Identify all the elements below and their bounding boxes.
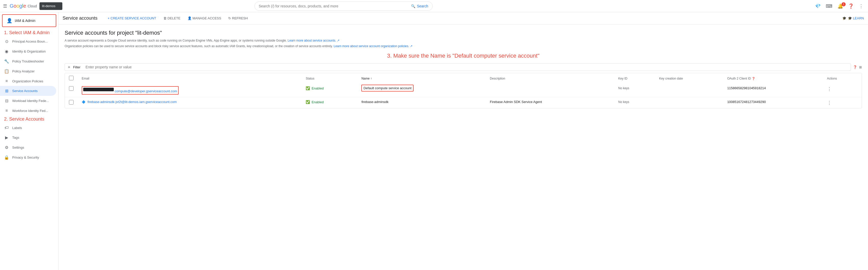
main-content: Service accounts + CREATE SERVICE ACCOUN… [59, 12, 868, 270]
row1-status: ✅ Enabled [302, 84, 357, 98]
manage-label: 👤 MANAGE ACCESS [188, 16, 221, 20]
org-policies-icon: ≡ [4, 79, 9, 83]
row2-checkbox[interactable] [69, 100, 73, 105]
help-table-icon[interactable]: ❓ [853, 65, 857, 69]
workload-identity-icon: ⊟ [4, 99, 9, 103]
learn-button[interactable]: 🎓 🎓 LEARN [842, 16, 864, 20]
enabled-icon-2: ✅ [306, 100, 310, 104]
row1-email-link[interactable]: compute@developer.gserviceaccount.com [115, 89, 177, 93]
step3-annotation: 3. Make sure the Name is "Default comput… [65, 53, 862, 59]
search-input[interactable] [259, 4, 409, 8]
sidebar-item-label: Organization Policies [12, 79, 43, 83]
row1-key-creation [655, 84, 723, 98]
create-service-account-button[interactable]: + CREATE SERVICE ACCOUNT [104, 14, 159, 22]
policy-analyzer-icon: 📋 [4, 69, 9, 74]
learn-more-link[interactable]: Learn more about service accounts. ↗ [287, 39, 339, 42]
step2-annotation: 2. Service Accounts [0, 115, 58, 123]
sidebar-item-privacy-security[interactable]: 🔒 Privacy & Security [0, 153, 56, 162]
terminal-icon[interactable]: ⌨ [824, 2, 834, 10]
table-row: 🔷 firebase-adminsdk-jvt2t@lit-demos.iam.… [65, 98, 862, 108]
columns-icon[interactable]: ⊞ [859, 65, 862, 69]
sidebar-item-label: Identity & Organization [12, 50, 46, 53]
topbar-right: 💎 ⌨ 🔔 1 ❓ ⋮ [813, 2, 865, 10]
filter-input[interactable] [86, 65, 848, 69]
manage-access-button[interactable]: 👤 MANAGE ACCESS [185, 14, 224, 22]
row1-actions: ⋮ [823, 84, 862, 98]
sidebar-item-label: Workload Identity Fede... [12, 99, 49, 103]
refresh-button[interactable]: ↻ REFRESH [225, 14, 251, 22]
filter-bar: ≡ Filter [65, 63, 851, 71]
project-selector[interactable]: lit-demos [39, 2, 62, 10]
sidebar-item-workforce-identity[interactable]: ≡ Workforce Identity Fed... [0, 106, 56, 115]
sidebar-item-organization-policies[interactable]: ≡ Organization Policies [0, 76, 56, 86]
sidebar-item-principal-access[interactable]: ⊙ Principal Access Boun... [0, 36, 56, 46]
search-bar: 🔍 Search [254, 2, 433, 11]
sidebar-item-settings[interactable]: ⚙ Settings [0, 142, 56, 153]
google-g-icon: Google [10, 3, 26, 9]
identity-org-icon: ◉ [4, 49, 9, 54]
oauth2-help-icon[interactable]: ❓ [752, 77, 755, 80]
sidebar-item-identity-organization[interactable]: ◉ Identity & Organization [0, 46, 56, 56]
help-icon[interactable]: ❓ [847, 2, 855, 10]
col-email: Email [78, 73, 302, 84]
table-row: compute@developer.gserviceaccount.com ✅ … [65, 84, 862, 98]
toolbar-title: Service accounts [63, 16, 97, 21]
col-key-id: Key ID [614, 73, 655, 84]
sidebar-item-label: Privacy & Security [12, 156, 39, 159]
delete-button[interactable]: 🗑 DELETE [160, 14, 184, 22]
row2-actions-icon[interactable]: ⋮ [827, 100, 832, 105]
filter-icon: ≡ [68, 65, 70, 69]
filter-label: Filter [73, 65, 81, 69]
more-options-icon[interactable]: ⋮ [857, 2, 865, 10]
firebase-icon: 🔷 [82, 100, 86, 104]
col-description: Description [486, 73, 614, 84]
sidebar-item-tags[interactable]: ▶ Tags [0, 133, 56, 142]
service-accounts-table: Email Status Name ↑ Description Key ID K… [65, 73, 862, 108]
sidebar-item-policy-troubleshooter[interactable]: 🔧 Policy Troubleshooter [0, 56, 56, 66]
iam-icon: 👤 [7, 18, 12, 23]
row2-key-creation [655, 98, 723, 108]
layout: 👤 IAM & Admin 1. Select IAM & Admin ⊙ Pr… [0, 12, 868, 270]
project-name: lit-demos [42, 4, 56, 8]
delete-label: 🗑 DELETE [163, 16, 180, 20]
row1-checkbox[interactable] [69, 86, 73, 91]
row2-email-link[interactable]: firebase-adminsdk-jvt2t@lit-demos.iam.gs… [88, 100, 177, 104]
sidebar-item-label: Workforce Identity Fed... [12, 109, 48, 113]
sidebar-item-workload-identity[interactable]: ⊟ Workload Identity Fede... [0, 96, 56, 106]
diamond-icon[interactable]: 💎 [813, 2, 822, 10]
select-all-checkbox[interactable] [69, 76, 73, 80]
hamburger-icon[interactable]: ☰ [3, 3, 7, 9]
policy-trouble-icon: 🔧 [4, 59, 9, 64]
sidebar-item-service-accounts[interactable]: ⊞ Service Accounts [0, 86, 56, 96]
toolbar: Service accounts + CREATE SERVICE ACCOUN… [59, 12, 868, 25]
sidebar-item-policy-analyzer[interactable]: 📋 Policy Analyzer [0, 66, 56, 76]
sidebar-header-iam[interactable]: 👤 IAM & Admin [2, 14, 56, 27]
col-key-creation-date: Key creation date [655, 73, 723, 84]
col-name[interactable]: Name ↑ [357, 73, 486, 84]
row1-actions-icon[interactable]: ⋮ [827, 86, 832, 91]
row2-actions: ⋮ [823, 98, 862, 108]
sidebar: 👤 IAM & Admin 1. Select IAM & Admin ⊙ Pr… [0, 12, 59, 270]
notification-count: 1 [841, 2, 846, 6]
sidebar-item-label: Labels [12, 126, 22, 130]
workforce-identity-icon: ≡ [4, 108, 9, 113]
row1-email-cell: compute@developer.gserviceaccount.com [78, 84, 302, 98]
tags-icon: ▶ [4, 135, 9, 140]
topbar: ☰ Google Cloud lit-demos 🔍 Search 💎 ⌨ 🔔 … [0, 0, 868, 12]
row2-oauth2: 100851672481273449290 [723, 98, 823, 108]
notifications[interactable]: 🔔 1 [836, 3, 845, 9]
row1-key-id: No keys [614, 84, 655, 98]
topbar-left: ☰ Google Cloud lit-demos [3, 2, 62, 10]
search-button[interactable]: 🔍 Search [411, 4, 428, 8]
learn-label: 🎓 LEARN [848, 16, 864, 20]
refresh-label: ↻ REFRESH [228, 16, 248, 20]
page-title: Service accounts for project "lit-demos" [65, 30, 862, 36]
row1-email-redacted [83, 88, 114, 91]
col-actions: Actions [823, 73, 862, 84]
org-policy-link[interactable]: Learn more about service account organiz… [334, 44, 412, 48]
create-label: + CREATE SERVICE ACCOUNT [107, 16, 156, 20]
sidebar-item-labels[interactable]: 🏷 Labels [0, 123, 56, 133]
step1-annotation: 1. Select IAM & Admin [0, 29, 58, 36]
labels-icon: 🏷 [4, 126, 9, 130]
sidebar-item-label: Policy Analyzer [12, 69, 35, 73]
